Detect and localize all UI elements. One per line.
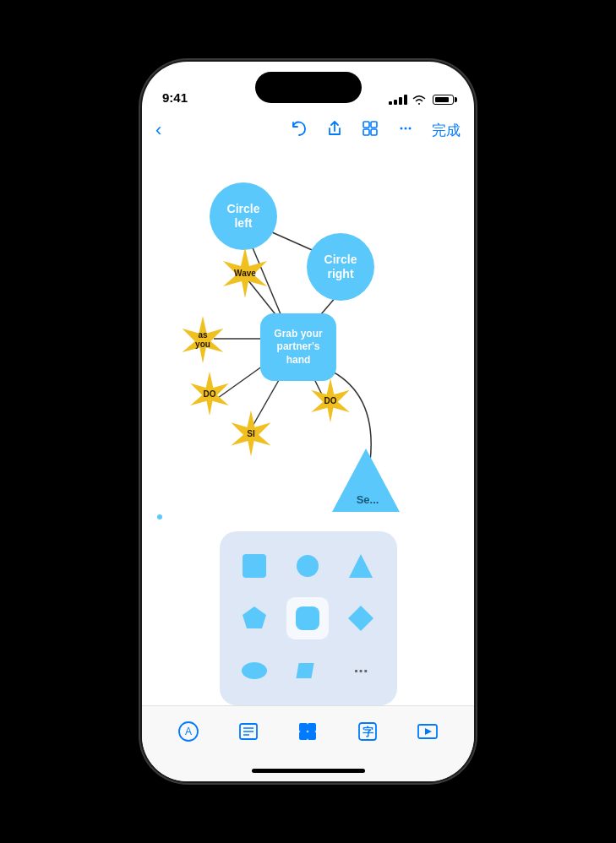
- phone-screen: 9:41: [142, 62, 474, 781]
- si-label: SI: [247, 429, 254, 438]
- do2-label: DO: [324, 396, 337, 405]
- pentagon-shape-button[interactable]: [233, 597, 275, 639]
- svg-rect-34: [308, 732, 316, 740]
- circle-right-label: Circleright: [324, 253, 357, 281]
- annotation-select-text: 选取形状。: [563, 385, 616, 401]
- svg-rect-33: [299, 732, 308, 740]
- oval-shape-button[interactable]: [233, 650, 275, 692]
- wave-label: Wave: [234, 269, 256, 278]
- battery-icon: [433, 95, 454, 105]
- svg-point-4: [401, 127, 403, 129]
- as-you-node[interactable]: asyou: [177, 314, 228, 365]
- square-shape-button[interactable]: [233, 545, 275, 587]
- done-button[interactable]: 完成: [432, 121, 461, 140]
- toolbar-pencil-button[interactable]: A: [170, 716, 207, 747]
- svg-point-18: [297, 555, 319, 577]
- canvas-area[interactable]: Circleleft Circleright Grab yourpartner'…: [142, 149, 474, 705]
- svg-point-5: [405, 127, 407, 129]
- wifi-icon: [412, 95, 426, 105]
- wave-node[interactable]: Wave: [218, 246, 272, 300]
- svg-marker-20: [243, 606, 266, 628]
- shape-picker: ···: [220, 531, 397, 705]
- grab-node[interactable]: Grab yourpartner'shand: [260, 313, 336, 381]
- toolbar-shapes-button[interactable]: [289, 716, 326, 747]
- svg-rect-1: [371, 122, 377, 128]
- phone-frame: 9:41: [142, 62, 474, 781]
- sec-node[interactable]: Se...: [332, 449, 400, 512]
- svg-rect-32: [308, 723, 316, 732]
- svg-rect-17: [243, 554, 266, 578]
- annotations-container: 选取形状。 浏览其他形状。: [480, 385, 616, 448]
- signal-icon: [389, 95, 407, 105]
- shape-grid: ···: [233, 545, 384, 692]
- toolbar-media-button[interactable]: [409, 716, 446, 747]
- toolbar-text-button[interactable]: [230, 716, 267, 747]
- svg-rect-3: [371, 129, 377, 135]
- parallelogram-shape-button[interactable]: [286, 650, 329, 692]
- undo-button[interactable]: [290, 119, 308, 142]
- svg-marker-22: [348, 606, 373, 631]
- svg-text:字: 字: [363, 726, 374, 738]
- svg-point-23: [242, 662, 267, 679]
- nav-bar: ‹: [142, 111, 474, 149]
- more-button[interactable]: [396, 119, 415, 142]
- svg-text:A: A: [185, 726, 192, 737]
- annotation-browse-text: 浏览其他形状。: [563, 432, 616, 448]
- as-you-label: asyou: [195, 330, 210, 349]
- home-indicator: [252, 769, 365, 773]
- back-button[interactable]: ‹: [155, 119, 181, 141]
- si-node[interactable]: SI: [226, 409, 275, 458]
- grab-label: Grab yourpartner'shand: [274, 328, 322, 367]
- do1-label: DO: [204, 389, 216, 399]
- svg-text:Se...: Se...: [357, 493, 379, 506]
- share-button[interactable]: [325, 119, 344, 142]
- triangle-shape-button[interactable]: [340, 545, 382, 587]
- scroll-indicator: [157, 514, 162, 519]
- diamond-shape-button[interactable]: [340, 597, 382, 639]
- more-shapes-button[interactable]: ···: [340, 650, 382, 692]
- svg-rect-0: [363, 122, 369, 128]
- grid-button[interactable]: [361, 119, 379, 142]
- svg-marker-24: [296, 663, 313, 678]
- rounded-square-shape-button[interactable]: [286, 597, 329, 639]
- circle-right-node[interactable]: Circleright: [307, 233, 374, 301]
- annotation-browse-shapes: 浏览其他形状。: [480, 432, 616, 448]
- status-icons: [389, 95, 454, 105]
- nav-icons: 完成: [290, 119, 461, 142]
- toolbar-format-button[interactable]: 字: [349, 716, 386, 747]
- dynamic-island: [255, 72, 362, 103]
- svg-rect-21: [296, 606, 319, 630]
- annotation-select-shape: 选取形状。: [480, 385, 616, 401]
- svg-point-6: [409, 127, 412, 129]
- do2-node[interactable]: DO: [307, 377, 354, 424]
- circle-shape-button[interactable]: [286, 545, 329, 587]
- svg-marker-19: [349, 554, 373, 578]
- svg-rect-2: [363, 129, 369, 135]
- svg-rect-31: [299, 723, 308, 732]
- circle-left-node[interactable]: Circleleft: [210, 182, 277, 250]
- circle-left-label: Circleleft: [227, 202, 260, 231]
